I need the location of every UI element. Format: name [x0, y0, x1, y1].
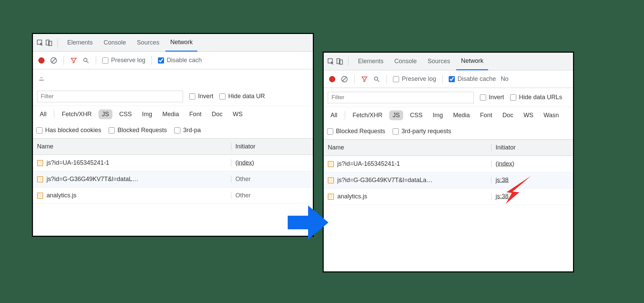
- type-js[interactable]: JS: [389, 110, 403, 120]
- type-js[interactable]: JS: [99, 109, 112, 119]
- table-row[interactable]: analytics.jsOther: [33, 188, 313, 204]
- inspect-icon[interactable]: [36, 39, 44, 47]
- tab-sources[interactable]: Sources: [132, 34, 164, 51]
- file-name: js?id=G-G36G49KV7T&l=dataLa…: [337, 177, 432, 184]
- type-fetchxhr[interactable]: Fetch/XHR: [58, 109, 95, 119]
- tab-elements[interactable]: Elements: [62, 34, 97, 51]
- type-font[interactable]: Font: [477, 110, 496, 120]
- type-wasm[interactable]: Wasn: [540, 110, 562, 120]
- requests-table: Name Initiator js?id=UA-165345241-1(inde…: [324, 140, 573, 205]
- search-icon[interactable]: [373, 75, 380, 83]
- inspect-icon[interactable]: [327, 58, 335, 65]
- type-doc[interactable]: Doc: [499, 110, 517, 120]
- has-blocked-cookies-checkbox[interactable]: Has blocked cookies: [36, 127, 101, 134]
- svg-line-6: [87, 61, 89, 63]
- tab-elements[interactable]: Elements: [353, 53, 388, 70]
- record-button[interactable]: [328, 75, 336, 83]
- filter-icon[interactable]: [361, 75, 368, 83]
- table-row[interactable]: analytics.jsjs:38: [324, 189, 573, 205]
- svg-point-12: [374, 77, 378, 80]
- type-ws[interactable]: WS: [520, 110, 537, 120]
- disable-cache-checkbox[interactable]: Disable cach: [158, 57, 202, 64]
- type-fetchxhr[interactable]: Fetch/XHR: [349, 110, 386, 120]
- devtools-panel-right: Elements Console Sources Network Preserv…: [323, 52, 574, 272]
- filter-bar: Invert Hide data URLs: [324, 88, 573, 107]
- type-media[interactable]: Media: [450, 110, 473, 120]
- type-doc[interactable]: Doc: [208, 109, 226, 119]
- resource-type-bar: All Fetch/XHR JS CSS Img Media Font Doc …: [33, 106, 313, 122]
- col-initiator[interactable]: Initiator: [491, 144, 573, 151]
- invert-label: Invert: [198, 93, 213, 100]
- type-media[interactable]: Media: [159, 109, 182, 119]
- tab-network[interactable]: Network: [456, 53, 488, 70]
- table-row[interactable]: js?id=UA-165345241-1(index): [324, 156, 573, 172]
- invert-checkbox[interactable]: Invert: [480, 94, 504, 101]
- cell-name: analytics.js: [324, 193, 491, 200]
- network-toolbar: Preserve log Disable cach: [33, 52, 313, 69]
- file-name: js?id=UA-165345241-1: [337, 160, 400, 167]
- table-row[interactable]: js?id=G-G36G49KV7T&l=dataLa…js:38: [324, 172, 573, 189]
- download-icon[interactable]: [38, 74, 45, 82]
- extra-filters-row: Blocked Requests 3rd-party requests: [324, 123, 573, 140]
- blocked-requests-checkbox[interactable]: Blocked Requests: [327, 128, 385, 135]
- type-css[interactable]: CSS: [407, 110, 426, 120]
- third-party-checkbox[interactable]: 3rd-party requests: [393, 128, 451, 135]
- tab-console[interactable]: Console: [390, 53, 422, 70]
- initiator-value[interactable]: (index): [235, 159, 254, 166]
- initiator-value[interactable]: (index): [496, 160, 514, 167]
- initiator-value: Other: [235, 176, 251, 182]
- table-row[interactable]: js?id=UA-165345241-1(index): [33, 155, 313, 171]
- search-icon[interactable]: [82, 57, 90, 64]
- col-name[interactable]: Name: [33, 143, 231, 150]
- invert-checkbox[interactable]: Invert: [189, 93, 213, 100]
- filter-input[interactable]: [37, 91, 183, 102]
- devtools-panel-left: Elements Console Sources Network Preserv…: [32, 33, 314, 237]
- type-all[interactable]: All: [36, 109, 50, 119]
- svg-point-5: [84, 58, 87, 61]
- cell-initiator: js:38: [491, 177, 573, 184]
- hide-data-urls-checkbox[interactable]: Hide data URLs: [510, 94, 562, 101]
- table-header: Name Initiator: [324, 140, 573, 156]
- col-name[interactable]: Name: [324, 144, 491, 151]
- js-file-icon: [328, 177, 334, 183]
- cell-initiator: (index): [231, 159, 313, 166]
- clear-button[interactable]: [50, 57, 57, 64]
- js-file-icon: [37, 193, 43, 199]
- filter-input[interactable]: [328, 92, 474, 103]
- resource-type-bar: All Fetch/XHR JS CSS Img Media Font Doc …: [324, 107, 573, 123]
- cell-initiator: Other: [231, 176, 313, 183]
- device-toggle-icon[interactable]: [336, 58, 343, 65]
- blocked-requests-label: Blocked Requests: [336, 128, 385, 135]
- type-img[interactable]: Img: [429, 110, 446, 120]
- hide-data-urls-checkbox[interactable]: Hide data UR: [219, 93, 265, 100]
- initiator-value[interactable]: js:38: [496, 177, 508, 183]
- clear-button[interactable]: [341, 75, 348, 83]
- cell-initiator: js:38: [491, 193, 573, 200]
- js-file-icon: [328, 194, 334, 200]
- col-initiator[interactable]: Initiator: [231, 143, 313, 150]
- preserve-log-label: Preserve log: [111, 57, 145, 64]
- device-toggle-icon[interactable]: [45, 39, 53, 47]
- record-button[interactable]: [38, 57, 45, 64]
- cell-name: js?id=G-G36G49KV7T&l=dataLa…: [324, 177, 491, 184]
- type-all[interactable]: All: [327, 110, 341, 120]
- tab-sources[interactable]: Sources: [423, 53, 455, 70]
- tab-network[interactable]: Network: [165, 34, 197, 52]
- js-file-icon: [37, 160, 43, 166]
- preserve-log-checkbox[interactable]: Preserve log: [102, 57, 145, 64]
- preserve-log-label: Preserve log: [402, 75, 436, 83]
- initiator-value[interactable]: js:38: [496, 193, 508, 200]
- type-ws[interactable]: WS: [229, 109, 246, 119]
- filter-icon[interactable]: [70, 57, 77, 64]
- third-party-checkbox[interactable]: 3rd-pa: [174, 127, 201, 134]
- type-img[interactable]: Img: [139, 109, 156, 119]
- type-font[interactable]: Font: [186, 109, 205, 119]
- disable-cache-checkbox[interactable]: Disable cache: [449, 75, 496, 83]
- js-file-icon: [37, 176, 43, 182]
- tab-console[interactable]: Console: [99, 34, 131, 51]
- blocked-requests-checkbox[interactable]: Blocked Requests: [109, 127, 167, 134]
- hide-data-urls-label: Hide data UR: [228, 93, 265, 100]
- table-row[interactable]: js?id=G-G36G49KV7T&l=dataL…Other: [33, 171, 313, 188]
- preserve-log-checkbox[interactable]: Preserve log: [393, 75, 436, 83]
- type-css[interactable]: CSS: [116, 109, 135, 119]
